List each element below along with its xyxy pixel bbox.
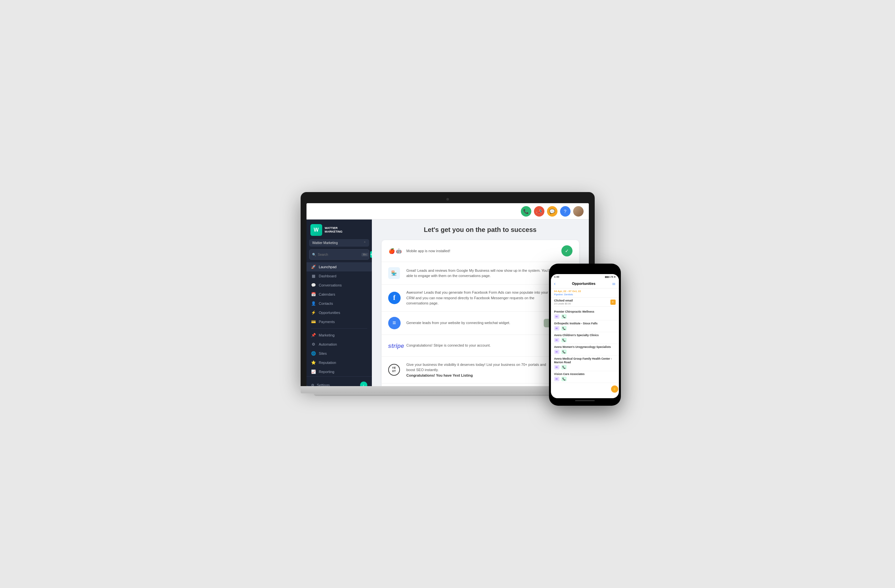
- yext-text: Give your business the visibility it des…: [407, 362, 556, 378]
- app-layout: W WATTIER MARKETING Wattier Marketing ⌃: [306, 220, 589, 386]
- marketing-icon: 📌: [311, 333, 316, 338]
- search-input[interactable]: [318, 253, 360, 256]
- yext-icon: YEXT: [388, 364, 402, 376]
- phone-contact-orthopedic: Orthopedic Institute - Sioux Falls ✉ 📞: [551, 320, 619, 332]
- account-selector[interactable]: Wattier Marketing ⌃: [309, 239, 369, 247]
- chat-icon[interactable]: 💬: [547, 206, 557, 217]
- conversations-icon: 💬: [311, 283, 316, 288]
- sites-icon: 🌐: [311, 351, 316, 356]
- laptop-screen: 📞 📣 💬 ? W: [306, 203, 589, 386]
- phone-msg-icon-vision[interactable]: ✉: [554, 377, 560, 381]
- phone-call-icon-premier[interactable]: 📞: [561, 314, 567, 319]
- avatar-image: [573, 206, 584, 217]
- sidebar-item-reputation[interactable]: ⭐ Reputation: [306, 358, 372, 367]
- phone-overlay: 1:40 ▮▮▮ LTE ■ ‹ Opportunities ⚌ 04 Apr,…: [549, 264, 621, 406]
- opportunities-icon: ⚡: [311, 310, 316, 315]
- facebook-text: Awesome! Leads that you generate from Fa…: [407, 290, 557, 306]
- webchat-icon: ≡: [388, 317, 402, 329]
- checklist-item-mobile-app: 🍎 🤖 Mobile app is now installed! ✓: [382, 240, 579, 262]
- calendars-icon: 📅: [311, 292, 316, 297]
- phone-filter-icon[interactable]: ⚌: [612, 281, 616, 286]
- phone-contact-avera-children: Avera Children's Specialty Clinics ✉ 📞: [551, 332, 619, 344]
- top-bar: 📞 📣 💬 ?: [306, 203, 589, 220]
- sidebar: W WATTIER MARKETING Wattier Marketing ⌃: [306, 220, 372, 386]
- phone-status-bar: 1:40 ▮▮▮ LTE ■: [551, 274, 619, 279]
- reporting-icon: 📈: [311, 370, 316, 374]
- phone-call-icon-vision[interactable]: 📞: [561, 377, 567, 381]
- phone-contact-avera-women: Avera Women's Urogynecology Specialists …: [551, 344, 619, 356]
- top-bar-icons: 📞 📣 💬 ?: [521, 206, 584, 217]
- camera-notch: [446, 198, 449, 200]
- avatar-icon[interactable]: [573, 206, 584, 217]
- phone-home-bar: [575, 400, 595, 401]
- page-title: Let's get you on the path to success: [382, 226, 579, 233]
- phone-call-icon-avera-children[interactable]: 📞: [561, 338, 567, 342]
- phone-contacts-list: Premier Chiropractic Wellness ✉ 📞 Orthop…: [551, 309, 619, 383]
- contacts-icon: 👤: [311, 301, 316, 306]
- phone-msg-icon-orthopedic[interactable]: ✉: [554, 326, 560, 330]
- phone-header: ‹ Opportunities ⚌: [551, 279, 619, 288]
- phone-date-bar: 04 Apr, 22 - 07 Oct, 22 Pipeline: Dentis…: [551, 288, 619, 298]
- phone-bolt-button[interactable]: ⚡: [611, 385, 618, 393]
- sidebar-item-conversations[interactable]: 💬 Conversations: [306, 280, 372, 290]
- sidebar-item-payments[interactable]: 💳 Payments: [306, 317, 372, 326]
- gmb-icon: 🏪: [388, 267, 402, 279]
- automation-icon: ⚙: [311, 342, 316, 347]
- stripe-text-content: Congratulations! Stripe is connected to …: [407, 342, 557, 348]
- phone-msg-icon-avera-children[interactable]: ✉: [554, 338, 560, 342]
- dashboard-icon: ▦: [311, 274, 316, 278]
- sidebar-item-calendars[interactable]: 📅 Calendars: [306, 290, 372, 299]
- facebook-icon: f: [388, 292, 402, 304]
- search-icon: 🔍: [312, 253, 316, 256]
- phone-call-icon-avera-medical[interactable]: 📞: [561, 365, 567, 370]
- launchpad-icon: 🚀: [311, 265, 316, 269]
- phone-contact-vision: Vision Care Associates ✉ 📞: [551, 371, 619, 383]
- question-icon[interactable]: ?: [560, 206, 570, 217]
- search-kbd: ⌘K: [361, 253, 368, 256]
- payments-icon: 💳: [311, 320, 316, 324]
- reputation-icon: ⭐: [311, 360, 316, 365]
- sidebar-bottom: ⚙ Settings ‹: [306, 376, 372, 386]
- sidebar-item-reporting[interactable]: 📈 Reporting: [306, 367, 372, 376]
- settings-icon: ⚙: [311, 383, 314, 386]
- logo-icon: W: [310, 224, 322, 236]
- mobile-app-text: Mobile app is now installed!: [407, 248, 557, 254]
- sidebar-logo: W WATTIER MARKETING: [306, 220, 372, 239]
- phone-call-icon-avera-women[interactable]: 📞: [561, 350, 567, 354]
- nav-divider: [311, 328, 367, 329]
- phone-add-button[interactable]: +: [610, 300, 616, 305]
- phone-screen: 1:40 ▮▮▮ LTE ■ ‹ Opportunities ⚌ 04 Apr,…: [551, 274, 619, 398]
- sidebar-item-sites[interactable]: 🌐 Sites: [306, 349, 372, 358]
- phone-msg-icon-avera-medical[interactable]: ✉: [554, 365, 560, 370]
- sidebar-item-dashboard[interactable]: ▦ Dashboard: [306, 271, 372, 280]
- phone-back-button[interactable]: ‹: [554, 281, 556, 286]
- phone-icon[interactable]: 📞: [521, 206, 531, 217]
- phone-call-icon-orthopedic[interactable]: 📞: [561, 326, 567, 330]
- phone-msg-icon-premier[interactable]: ✉: [554, 314, 560, 319]
- sidebar-item-contacts[interactable]: 👤 Contacts: [306, 299, 372, 308]
- mobile-app-icon: 🍎 🤖: [388, 248, 402, 254]
- webchat-text: Generate leads from your website by conn…: [407, 320, 540, 326]
- stripe-icon: stripe: [388, 341, 402, 350]
- collapse-button[interactable]: ‹: [360, 382, 367, 386]
- gmb-text: Great! Leads and reviews from Google My …: [407, 268, 557, 279]
- sidebar-item-opportunities[interactable]: ⚡ Opportunities: [306, 308, 372, 317]
- phone-lead-section: Clicked email 23 Leads $0.00 +: [551, 298, 619, 309]
- phone-msg-icon-avera-women[interactable]: ✉: [554, 350, 560, 354]
- sidebar-item-automation[interactable]: ⚙ Automation: [306, 340, 372, 349]
- settings-item[interactable]: ⚙ Settings ‹: [306, 379, 372, 386]
- sidebar-search: 🔍 ⌘K +: [309, 249, 369, 260]
- check-circle-mobile: ✓: [561, 246, 572, 256]
- laptop-foot: [314, 393, 582, 396]
- phone-notch: [573, 267, 596, 273]
- phone-contact-avera-medical: Avera Medical Group Family Health Center…: [551, 356, 619, 371]
- sidebar-nav: 🚀 Launchpad ▦ Dashboard 💬 Conversations: [306, 262, 372, 376]
- megaphone-icon[interactable]: 📣: [534, 206, 545, 217]
- phone-contact-premier: Premier Chiropractic Wellness ✉ 📞: [551, 309, 619, 320]
- sidebar-item-marketing[interactable]: 📌 Marketing: [306, 330, 372, 340]
- mobile-app-action: ✓: [561, 246, 572, 256]
- sidebar-item-launchpad[interactable]: 🚀 Launchpad: [306, 262, 372, 271]
- logo-text: WATTIER MARKETING: [325, 226, 343, 233]
